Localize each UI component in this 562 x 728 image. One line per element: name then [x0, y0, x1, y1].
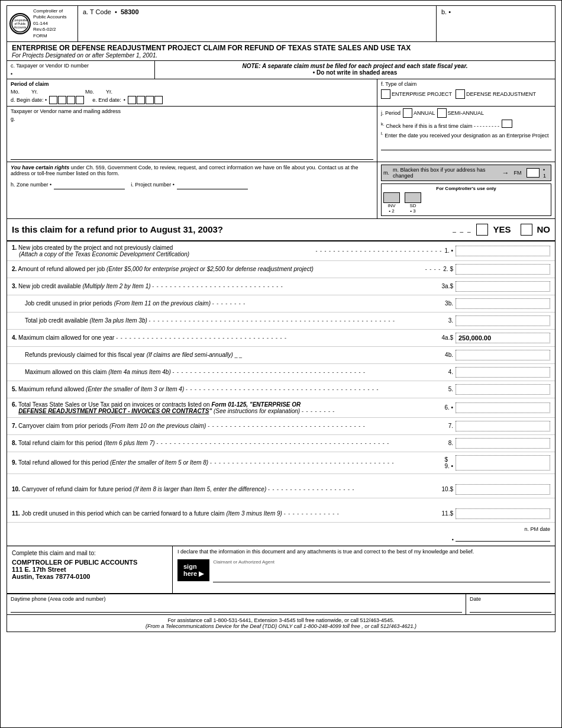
- item-3-total-right: 3.: [448, 315, 550, 326]
- main-question-row: Is this claim for a refund prior to Augu…: [7, 219, 555, 241]
- g-label: g.: [11, 116, 373, 122]
- item-9-input[interactable]: [456, 455, 550, 471]
- item-4b-label: Refunds previously claimed for this fisc…: [25, 352, 445, 358]
- period-j-label: j. Period: [381, 110, 400, 116]
- yr2-label: Yr.: [106, 89, 112, 95]
- form-label: FORM: [33, 33, 75, 39]
- fm-label: FM: [514, 170, 522, 176]
- type-checkboxes: ENTERPRISE PROJECT DEFENSE READJUSTMENT: [381, 89, 551, 99]
- l-input[interactable]: [381, 141, 551, 150]
- enterprise-option[interactable]: ENTERPRISE PROJECT: [381, 89, 452, 99]
- begin-y1[interactable]: [67, 96, 75, 104]
- item-11-input[interactable]: [456, 508, 550, 519]
- svg-text:Accounts: Accounts: [14, 25, 27, 29]
- note-sub: • Do not write in shaded areas: [160, 69, 550, 76]
- end-y1[interactable]: [146, 96, 154, 104]
- mo-label: Mo.: [11, 89, 20, 95]
- sd-checkbox: [405, 192, 421, 203]
- item-2-label: 2. Amount of refund allowed per job (Ent…: [12, 266, 425, 272]
- form-subtitle: For Projects Designated on or after Sept…: [12, 52, 550, 59]
- mail-addr1: 111 E. 17th Street: [12, 566, 167, 573]
- zone-input[interactable]: [54, 180, 125, 189]
- vendor-bullet: •: [11, 71, 12, 77]
- blacken-box: m. m. Blacken this box if your address h…: [381, 165, 551, 181]
- item-4b-input[interactable]: [456, 350, 550, 360]
- period-col: Period of claim Mo. Yr. Mo. Yr. d. Begin…: [7, 79, 377, 106]
- end-bullet: •: [124, 97, 125, 103]
- address-input-area[interactable]: [11, 124, 373, 160]
- item-3b-input[interactable]: [456, 298, 550, 309]
- period-label: Period of claim: [11, 81, 373, 87]
- yes-checkbox[interactable]: [476, 224, 488, 236]
- semi-annual-checkbox[interactable]: [437, 108, 447, 118]
- annual-label: ANNUAL: [414, 110, 435, 116]
- note-col: NOTE: A separate claim must be filed for…: [155, 61, 555, 79]
- phone-date-row: Daytime phone (Area code and number) Dat…: [7, 594, 555, 614]
- footer-outer: Complete this claim and mail to: COMPTRO…: [7, 546, 555, 632]
- assistance1: For assistance call 1-800-531-5441, Exte…: [9, 617, 553, 623]
- item-8-input[interactable]: [456, 438, 550, 449]
- end-m1[interactable]: [128, 96, 136, 104]
- end-date-box[interactable]: [128, 96, 163, 104]
- item-5-input[interactable]: [456, 384, 550, 395]
- item-7-row: 7. Carryover claim from prior periods (F…: [7, 418, 555, 435]
- item-8-right: 8.: [448, 438, 550, 449]
- mail-sign-row: Complete this claim and mail to: COMPTRO…: [7, 546, 555, 594]
- comptroller-boxes: INV • 2 SD • 3: [383, 192, 549, 214]
- project-input[interactable]: [177, 180, 248, 189]
- end-m2[interactable]: [137, 96, 145, 104]
- item-4-total-input[interactable]: [456, 367, 550, 378]
- date-input[interactable]: [470, 602, 551, 613]
- k-text: Check here if this is a first time claim: [386, 123, 472, 129]
- yes-label: YES: [493, 224, 511, 234]
- k-checkbox[interactable]: [502, 120, 512, 128]
- k-section: k. Check here if this is a first time cl…: [381, 120, 551, 129]
- item-11-label: 11. Job credit unused in this period whi…: [12, 510, 442, 517]
- rights-zone-row: You have certain rights under Ch. 559, G…: [7, 162, 555, 219]
- annual-checkbox[interactable]: [403, 108, 412, 118]
- zone-field: h. Zone number •: [11, 180, 125, 189]
- blacken-col: m. m. Blacken this box if your address h…: [377, 162, 555, 218]
- item-2-input[interactable]: [456, 264, 550, 275]
- mail-title: Complete this claim and mail to:: [12, 550, 167, 556]
- rights-col: You have certain rights under Ch. 559, G…: [7, 162, 377, 218]
- semi-annual-option[interactable]: SEMI-ANNUAL: [437, 108, 485, 118]
- comptroller-use: For Comptroller's use only INV • 2 SD • …: [381, 183, 551, 216]
- no-checkbox[interactable]: [521, 224, 532, 236]
- sign-here-box: sign here ▶: [177, 559, 209, 581]
- begin-m1[interactable]: [49, 96, 57, 104]
- annual-option[interactable]: ANNUAL: [403, 108, 435, 118]
- period-options: ANNUAL SEMI-ANNUAL: [403, 108, 484, 118]
- sd-bullet: • 3: [410, 208, 415, 214]
- end-y2[interactable]: [154, 96, 163, 104]
- pm-date-input[interactable]: [456, 532, 550, 542]
- item-10-input[interactable]: [456, 484, 550, 495]
- item-7-input[interactable]: [456, 421, 550, 431]
- item-4a-input[interactable]: 250,000.00: [456, 333, 550, 343]
- defense-checkbox[interactable]: [456, 89, 465, 99]
- project-field: i. Project number •: [131, 180, 248, 189]
- assistance2-wrap: (From a Telecommunications Device for th…: [9, 623, 553, 629]
- signature-area: Claimant or Authorized Agent: [213, 559, 550, 582]
- right-col: j. Period ANNUAL SEMI-ANNUAL k. Check he…: [377, 107, 555, 162]
- sd-box: SD • 3: [405, 192, 421, 214]
- item-3-total-input[interactable]: [456, 315, 550, 326]
- item-1-input[interactable]: [456, 246, 550, 256]
- begin-y2[interactable]: [76, 96, 84, 104]
- phone-label: Daytime phone (Area code and number): [11, 596, 462, 602]
- phone-input[interactable]: [11, 602, 462, 613]
- defense-label: DEFENSE READJUSTMENT: [466, 91, 536, 97]
- defense-option[interactable]: DEFENSE READJUSTMENT: [456, 89, 536, 99]
- begin-m2[interactable]: [58, 96, 66, 104]
- item-1-label: 1. New jobs created by the project and n…: [12, 244, 315, 257]
- signature-line[interactable]: [213, 565, 550, 582]
- enterprise-checkbox[interactable]: [381, 89, 390, 99]
- begin-date-box[interactable]: [49, 96, 84, 104]
- item-3a-input[interactable]: [456, 281, 550, 292]
- item-11-row: 11. Job credit unused in this period whi…: [7, 505, 555, 523]
- item-6-input[interactable]: [456, 402, 550, 413]
- sd-label: SD: [409, 203, 416, 208]
- yr-label: Yr.: [31, 89, 38, 95]
- item-5-label: 5. Maximum refund allowed (Enter the sma…: [12, 386, 448, 392]
- item-1-right: - - - - - - - - - - - - - - - - - - - - …: [315, 246, 550, 256]
